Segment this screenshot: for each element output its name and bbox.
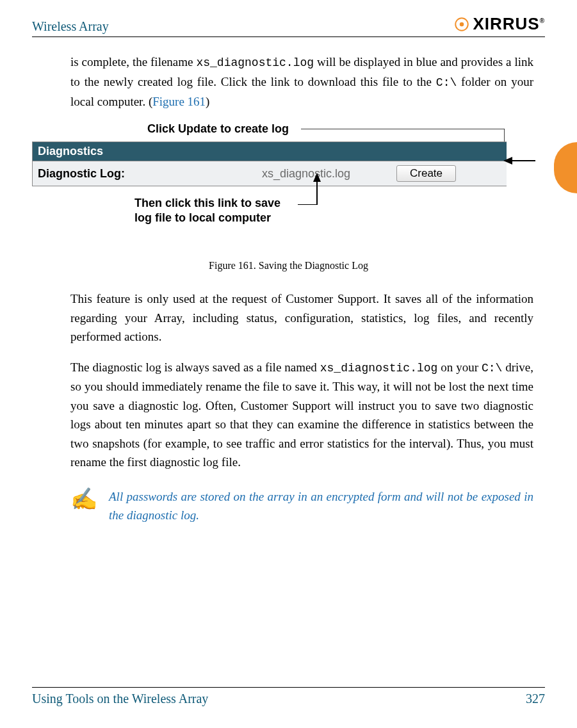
page-header: Wireless Array XIRRUS® [32, 14, 545, 37]
filename-code: xs_diagnostic.log [196, 56, 314, 69]
create-button[interactable]: Create [396, 165, 456, 182]
annotation-bottom: Then click this link to save log file to… [134, 196, 280, 225]
figure-reference[interactable]: Figure 161 [152, 95, 206, 108]
side-tab [554, 142, 577, 193]
diagnostic-row: Diagnostic Log: xs_diagnostic.log Create [33, 161, 507, 186]
brand-mark-icon [453, 16, 470, 33]
figure-161: Click Update to create log Diagnostics D… [32, 122, 545, 271]
footer-section: Using Tools on the Wireless Array [32, 692, 208, 706]
panel-title: Diagnostics [33, 142, 507, 161]
intro-paragraph: is complete, the filename xs_diagnostic.… [70, 53, 533, 111]
drive-code: C:\ [482, 362, 502, 375]
header-title: Wireless Array [32, 19, 109, 34]
folder-code: C:\ [436, 76, 457, 89]
note-hand-icon: ✍ [70, 489, 97, 510]
diagnostic-log-label: Diagnostic Log: [38, 167, 262, 181]
footer-page-number: 327 [526, 692, 545, 706]
page-footer: Using Tools on the Wireless Array 327 [32, 687, 545, 706]
annotation-top: Click Update to create log [147, 122, 289, 136]
svg-marker-2 [503, 157, 512, 165]
diagnostic-file-link[interactable]: xs_diagnostic.log [262, 167, 396, 181]
note-block: ✍ All passwords are stored on the array … [70, 487, 533, 525]
arrow-up-icon [298, 173, 323, 205]
brand-logo: XIRRUS® [453, 14, 545, 34]
svg-point-0 [460, 22, 464, 26]
paragraph-1: This feature is only used at the request… [70, 289, 533, 346]
svg-marker-5 [313, 173, 321, 182]
arrow-left-icon [503, 154, 535, 167]
diagnostics-panel: Diagnostics Diagnostic Log: xs_diagnosti… [32, 142, 507, 186]
filename-code-2: xs_diagnostic.log [320, 362, 438, 375]
note-text: All passwords are stored on the array in… [109, 487, 533, 525]
paragraph-2: The diagnostic log is always saved as a … [70, 358, 533, 472]
brand-name: XIRRUS® [473, 14, 545, 34]
figure-caption: Figure 161. Saving the Diagnostic Log [32, 260, 545, 271]
